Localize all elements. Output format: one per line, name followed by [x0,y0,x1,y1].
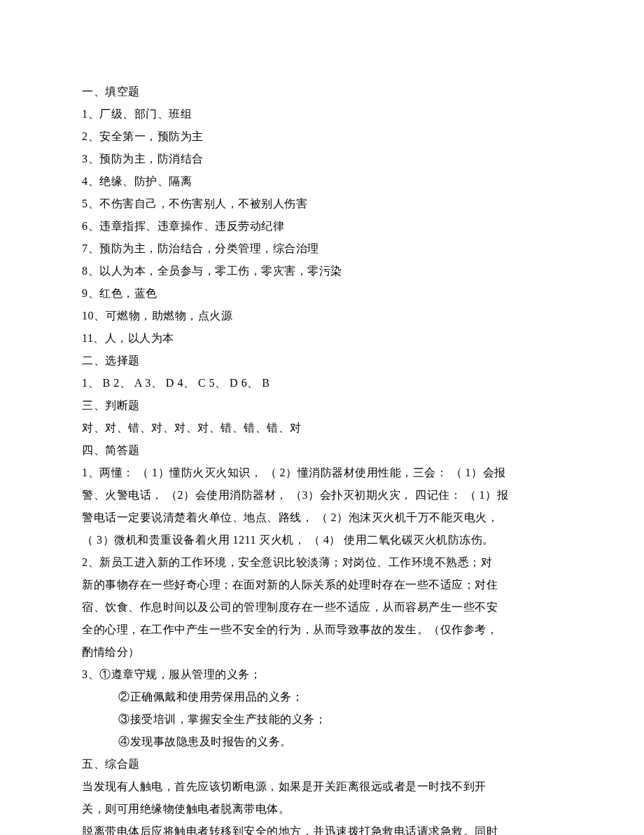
section-2-title: 二、选择题 [82,350,562,372]
fill-item-3: 3、预防为主，防消结合 [82,148,562,170]
fill-item-10: 10、可燃物，助燃物，点火源 [82,305,562,327]
short-q2-l5: 酌情给分） [82,641,562,663]
fill-item-2: 2、安全第一，预防为主 [82,125,562,148]
fill-item-7: 7、预防为主，防治结合，分类管理，综合治理 [82,237,562,260]
fill-item-4: 4、绝缘、防护、隔离 [82,170,562,193]
document-content: 一、填空题 1、厂级、部门、班组 2、安全第一，预防为主 3、预防为主，防消结合… [82,81,562,835]
short-q3-l1: 3、①遵章守规，服从管理的义务； [82,663,562,686]
short-q1-l1: 1、两懂： （ 1）懂防火灭火知识， （ 2）懂消防器材使用性能，三会： （ 1… [82,462,562,484]
fill-item-1: 1、厂级、部门、班组 [82,103,562,125]
fill-item-9: 9、红色，蓝色 [82,282,562,305]
section-5-title: 五、综合题 [82,753,562,775]
section-4-title: 四、简答题 [82,439,562,462]
fill-item-6: 6、违章指挥、违章操作、违反劳动纪律 [82,215,562,237]
fill-item-5: 5、不伤害自己，不伤害别人，不被别人伤害 [82,193,562,215]
section-3-title: 三、判断题 [82,394,562,417]
short-q2-l4: 全的心理，在工作中产生一些不安全的行为，从而导致事故的发生。（仅作参考， [82,619,562,641]
short-q2-l3: 宿、饮食、作息时间以及公司的管理制度存在一些不适应，从而容易产生一些不安 [82,596,562,619]
fill-item-8: 8、以人为本，全员参与，零工伤，零灾害，零污染 [82,260,562,282]
short-q3-l2: ②正确佩戴和使用劳保用品的义务； [82,686,562,708]
short-q3-l4: ④发现事故隐患及时报告的义务。 [82,731,562,753]
short-q1-l4: （ 3）微机和贵重设备着火用 1211 灭火机， （ 4） 使用二氧化碳灭火机防… [82,529,562,551]
short-q1-l3: 警电话一定要说清楚着火单位、地点、路线， （ 2）泡沫灭火机千万不能灭电火， [82,506,562,529]
short-q2-l1: 2、新员工进入新的工作环境，安全意识比较淡薄；对岗位、工作环境不熟悉；对 [82,551,562,574]
short-q2-l2: 新的事物存在一些好奇心理；在面对新的人际关系的处理时存在一些不适应；对住 [82,574,562,596]
comp-l2: 关，则可用绝缘物使触电者脱离带电体。 [82,798,562,820]
section-1-title: 一、填空题 [82,81,562,103]
short-q3-l3: ③接受培训，掌握安全生产技能的义务； [82,708,562,731]
judge-answers: 对、对、错、对、对、对、错、错、错、对 [82,417,562,439]
short-q1-l2: 警、火警电话， （2）会使用消防器材， （3）会扑灭初期火灾， 四记住： （ 1… [82,484,562,506]
comp-l3: 脱离带电体后应将触电者转移到安全的地方，并迅速拨打急救电话请求急救。同时 [82,820,562,835]
choice-answers: 1、 B 2、 A 3、 D 4、 C 5、 D 6、 B [82,372,562,394]
comp-l1: 当发现有人触电，首先应该切断电源，如果是开关距离很远或者是一时找不到开 [82,775,562,798]
fill-item-11: 11、人，以人为本 [82,327,562,350]
